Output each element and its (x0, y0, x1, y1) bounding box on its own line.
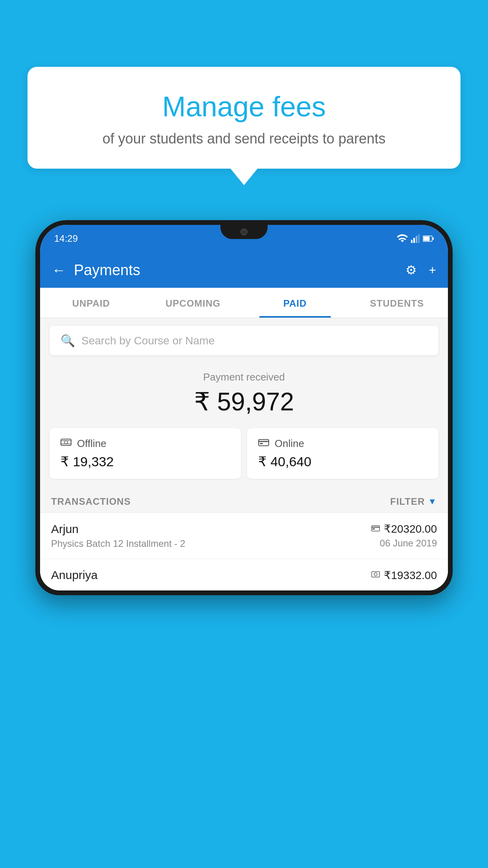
status-icons (397, 234, 434, 243)
tab-unpaid[interactable]: UNPAID (40, 288, 142, 318)
svg-rect-17 (372, 572, 380, 577)
offline-card: Offline ₹ 19,332 (50, 428, 241, 479)
phone-inner: 14:29 (40, 225, 448, 590)
transaction-amount-1: ₹20320.00 (384, 522, 437, 535)
status-time: 14:29 (54, 233, 78, 244)
online-icon (258, 438, 269, 450)
svg-rect-13 (260, 443, 263, 444)
search-input[interactable]: Search by Course or Name (81, 335, 215, 347)
app-header: ← Payments ⚙ + (40, 252, 448, 288)
transaction-amount-2: ₹19332.00 (384, 569, 437, 582)
back-button[interactable]: ← (52, 262, 66, 278)
search-icon: 🔍 (61, 334, 75, 348)
settings-icon[interactable]: ⚙ (405, 263, 417, 278)
svg-rect-3 (418, 234, 420, 243)
online-label: Online (275, 438, 304, 450)
filter-button[interactable]: FILTER ▼ (390, 496, 437, 507)
header-icons: ⚙ + (405, 263, 436, 278)
speech-bubble-title: Manage fees (51, 90, 437, 123)
tab-paid[interactable]: PAID (244, 288, 346, 318)
svg-rect-7 (61, 439, 71, 445)
speech-bubble-subtitle: of your students and send receipts to pa… (51, 131, 437, 147)
phone-mockup: 14:29 (35, 220, 453, 868)
payment-received-amount: ₹ 59,972 (40, 387, 448, 416)
tabs-bar: UNPAID UPCOMING PAID STUDENTS (40, 288, 448, 318)
svg-point-18 (374, 573, 377, 576)
phone-notch (220, 225, 268, 239)
svg-rect-6 (433, 237, 434, 240)
search-bar[interactable]: 🔍 Search by Course or Name (50, 326, 438, 355)
transaction-icon-1 (371, 524, 380, 534)
wifi-icon (397, 234, 408, 243)
svg-rect-16 (372, 528, 375, 530)
svg-rect-2 (416, 236, 417, 243)
page-title: Payments (74, 262, 398, 279)
svg-rect-0 (411, 240, 413, 243)
svg-rect-1 (413, 238, 415, 243)
rupee-icon (371, 571, 380, 578)
transaction-name-1: Arjun (51, 522, 371, 536)
tab-students[interactable]: STUDENTS (346, 288, 448, 318)
phone-outer: 14:29 (35, 220, 453, 595)
tab-upcoming[interactable]: UPCOMING (142, 288, 244, 318)
offline-payment-icon (61, 438, 72, 447)
offline-label: Offline (77, 438, 106, 450)
search-container: 🔍 Search by Course or Name (40, 318, 448, 359)
payment-received-label: Payment received (40, 371, 448, 383)
transactions-header: TRANSACTIONS FILTER ▼ (40, 488, 448, 513)
transactions-label: TRANSACTIONS (51, 496, 131, 507)
speech-bubble: Manage fees of your students and send re… (28, 67, 460, 169)
transaction-sub-1: Physics Batch 12 Installment - 2 (51, 538, 371, 549)
transaction-name-2: Anupriya (51, 568, 371, 582)
payment-received-section: Payment received ₹ 59,972 (40, 359, 448, 424)
add-icon[interactable]: + (429, 263, 436, 278)
battery-icon (423, 235, 434, 242)
online-payment-icon (258, 438, 269, 447)
online-card: Online ₹ 40,640 (247, 428, 438, 479)
filter-icon: ▼ (428, 497, 437, 507)
svg-rect-5 (424, 237, 430, 241)
transaction-date-1: 06 June 2019 (371, 538, 437, 549)
camera (240, 228, 248, 235)
offline-amount: ₹ 19,332 (61, 454, 230, 469)
card-icon (371, 525, 380, 532)
svg-point-8 (64, 441, 68, 444)
signal-icon (411, 234, 420, 243)
transaction-icon-2 (371, 570, 380, 580)
transaction-row: Arjun Physics Batch 12 Installment - 2 ₹… (40, 513, 448, 559)
svg-rect-11 (259, 440, 269, 446)
status-bar: 14:29 (40, 225, 448, 252)
online-amount: ₹ 40,640 (258, 454, 427, 469)
transaction-row-2: Anupriya ₹19332.00 (40, 559, 448, 590)
offline-icon (61, 438, 72, 450)
payment-cards-row: Offline ₹ 19,332 (40, 424, 448, 488)
